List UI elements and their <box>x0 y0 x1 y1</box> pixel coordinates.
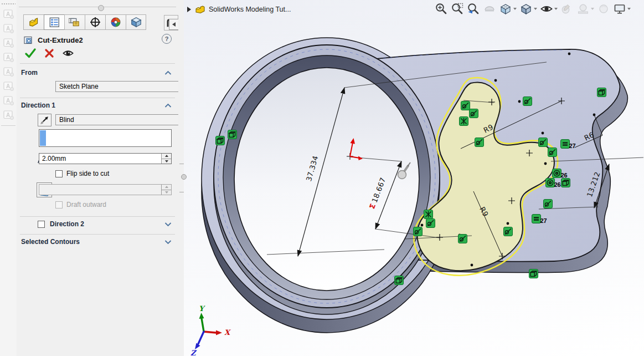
flip-side-checkbox[interactable] <box>55 170 63 177</box>
svg-text:A: A <box>6 54 10 60</box>
propertymanager-tab[interactable] <box>44 14 64 30</box>
sketch-vertex-dot <box>593 114 596 116</box>
splitter-knob-icon[interactable] <box>98 5 104 11</box>
sketch-relation-tangent-icon[interactable] <box>538 138 548 147</box>
flyout-feature-tree[interactable]: SolidWorks Modeling Tut... <box>187 4 291 14</box>
dropdown-caret-icon[interactable] <box>534 8 537 10</box>
cancel-button[interactable] <box>43 47 55 62</box>
tab-scroll-left-button[interactable] <box>169 19 179 30</box>
annotation-leader-icon[interactable]: A <box>2 37 14 49</box>
dropdown-caret-icon[interactable] <box>591 8 594 10</box>
through-hole[interactable] <box>234 68 419 291</box>
sketch-relation-tangent-icon[interactable] <box>503 227 513 236</box>
end-condition-dropdown[interactable]: Blind <box>55 114 188 125</box>
from-section-header[interactable]: From <box>21 69 174 78</box>
collapse-chevron-icon[interactable] <box>164 102 172 107</box>
sketch-relation-tangent-icon[interactable] <box>458 234 467 243</box>
displaymanager-tab[interactable] <box>105 14 126 30</box>
sketch-relation-tangent-icon[interactable] <box>469 109 478 118</box>
screen-display-button[interactable] <box>613 2 631 16</box>
toolbar-grip[interactable] <box>1 1 16 6</box>
sketch-relation-equal-icon[interactable]: 27 <box>532 214 541 223</box>
sketch-relation-tangent-icon[interactable] <box>548 148 557 157</box>
spin-down-icon[interactable] <box>162 159 171 164</box>
graphics-viewport[interactable]: SolidWorks Modeling Tut... <box>184 0 644 356</box>
depth-input[interactable] <box>39 154 163 164</box>
annotation-chain-icon[interactable]: A <box>2 109 14 121</box>
annotation-frame-icon[interactable]: A <box>2 94 14 106</box>
svg-text:A: A <box>6 69 10 75</box>
sketch-relation-tangent-icon[interactable] <box>543 199 553 208</box>
help-button[interactable]: ? <box>162 34 172 44</box>
direction-reference-selection-box[interactable] <box>39 129 172 147</box>
selected-contours-section-header[interactable]: Selected Contours <box>21 238 174 247</box>
ok-button[interactable] <box>24 47 37 62</box>
sketch-relation-silhouette-icon[interactable] <box>215 136 225 145</box>
model-viewport[interactable]: 37.334 Σ18.667 13.212 R9 R9 <box>184 0 644 356</box>
direction1-section-header[interactable]: Direction 1 <box>21 101 174 110</box>
dropdown-caret-icon[interactable] <box>554 8 558 10</box>
direction2-checkbox[interactable] <box>38 221 45 228</box>
zoom-to-fit-button[interactable] <box>435 2 448 16</box>
collapse-chevron-icon[interactable] <box>164 69 172 74</box>
direction1-label: Direction 1 <box>21 101 55 109</box>
spin-up-icon[interactable] <box>162 154 171 159</box>
addin-tab[interactable] <box>126 14 146 30</box>
hide-show-items-button[interactable] <box>540 2 558 16</box>
sketch-relation-silhouette-icon[interactable] <box>228 130 237 139</box>
annotation-edit-icon[interactable]: A <box>2 22 14 34</box>
configurationmanager-tab[interactable] <box>64 14 85 30</box>
dropdown-caret-icon[interactable] <box>513 8 517 10</box>
sketch-vertex-dot <box>518 100 521 103</box>
svg-text:A: A <box>6 83 10 89</box>
svg-text:A: A <box>6 40 10 46</box>
annotation-note-icon[interactable]: A <box>2 8 14 20</box>
annotation-add-icon[interactable]: A <box>2 51 14 63</box>
sketch-vertex-dot <box>507 222 509 225</box>
sketch-relation-silhouette-icon[interactable] <box>561 178 570 187</box>
svg-text:A: A <box>6 98 10 104</box>
expand-chevron-icon[interactable] <box>164 238 172 243</box>
sketch-relation-tangent-icon[interactable] <box>426 218 435 228</box>
featuremanager-tab[interactable] <box>23 14 44 30</box>
horizontal-splitter[interactable] <box>19 7 176 9</box>
toolbar-separator <box>1 125 16 126</box>
dimxpertmanager-tab[interactable] <box>85 14 105 30</box>
end-condition-value: Blind <box>59 116 74 124</box>
preview-eye-button[interactable] <box>62 47 74 62</box>
display-style-button[interactable] <box>519 2 537 16</box>
reverse-direction-button[interactable] <box>38 114 51 126</box>
splitter-knob-icon[interactable] <box>181 174 187 180</box>
sketch-vertex-dot <box>471 264 473 267</box>
direction2-section-header[interactable]: Direction 2 <box>50 220 174 229</box>
expand-chevron-icon[interactable] <box>164 221 172 226</box>
cut-extrude-feature-icon <box>23 35 34 45</box>
flyout-expand-icon[interactable] <box>187 7 191 12</box>
sketch-relation-concentric-icon[interactable]: 26 <box>552 169 561 178</box>
zoom-to-area-button[interactable] <box>451 2 464 16</box>
sketch-relation-intersection-icon[interactable] <box>424 210 433 219</box>
start-condition-dropdown[interactable]: Sketch Plane <box>55 81 188 92</box>
sketch-relation-silhouette-icon[interactable] <box>597 88 606 97</box>
sketch-relation-tangent-icon[interactable] <box>475 138 484 147</box>
draft-spinner <box>161 185 171 195</box>
annotation-balloon-icon[interactable]: A <box>2 65 14 78</box>
apply-scene-button <box>576 2 594 16</box>
sketch-relation-silhouette-icon[interactable] <box>529 269 538 278</box>
annotation-save-icon[interactable]: A <box>2 80 14 92</box>
flyout-part-name[interactable]: SolidWorks Modeling Tut... <box>209 6 291 13</box>
sketch-relation-tangent-icon[interactable] <box>413 227 423 236</box>
sketch-vertex-dot <box>542 132 544 135</box>
annotation-toolbar: AAAAAAAA <box>0 0 17 356</box>
sketch-relation-equal-icon[interactable]: 27 <box>560 139 570 149</box>
previous-view-button[interactable] <box>467 2 480 16</box>
sketch-relation-tangent-icon[interactable] <box>523 96 532 106</box>
sketch-relation-intersection-icon[interactable] <box>459 116 468 126</box>
dropdown-caret-icon[interactable] <box>627 8 631 10</box>
left-arrow-icon <box>172 22 176 27</box>
sketch-relation-concentric-icon[interactable]: 26 <box>545 178 555 187</box>
view-orientation-button[interactable] <box>499 2 517 16</box>
sketch-relation-silhouette-icon[interactable] <box>394 276 404 285</box>
draft-angle-field <box>39 184 172 195</box>
depth-spinner[interactable] <box>161 154 171 164</box>
